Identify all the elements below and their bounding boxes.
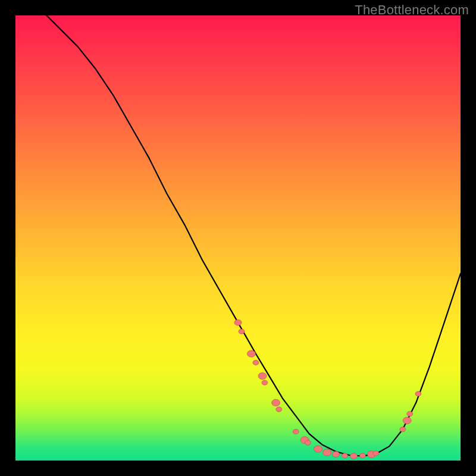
data-point	[247, 350, 255, 357]
data-point	[333, 452, 340, 458]
data-point	[258, 372, 267, 379]
data-point	[403, 417, 411, 424]
data-point	[323, 449, 331, 456]
data-point	[350, 453, 358, 459]
data-point	[253, 360, 259, 365]
bottleneck-curve	[46, 15, 461, 456]
data-point	[305, 440, 311, 445]
data-point	[400, 427, 406, 432]
scatter-points	[234, 320, 421, 459]
data-point	[314, 446, 322, 452]
data-point	[293, 429, 299, 434]
data-point	[272, 399, 280, 406]
data-point	[234, 320, 242, 325]
data-point	[342, 453, 348, 458]
data-point	[407, 411, 413, 416]
data-point	[276, 407, 282, 412]
data-point	[415, 392, 421, 396]
data-point	[262, 380, 268, 385]
data-point	[239, 329, 245, 334]
chart-frame	[15, 15, 461, 461]
data-point	[373, 451, 379, 456]
data-point	[359, 453, 365, 458]
watermark-text: TheBottleneck.com	[355, 2, 469, 18]
chart-svg	[15, 15, 461, 461]
